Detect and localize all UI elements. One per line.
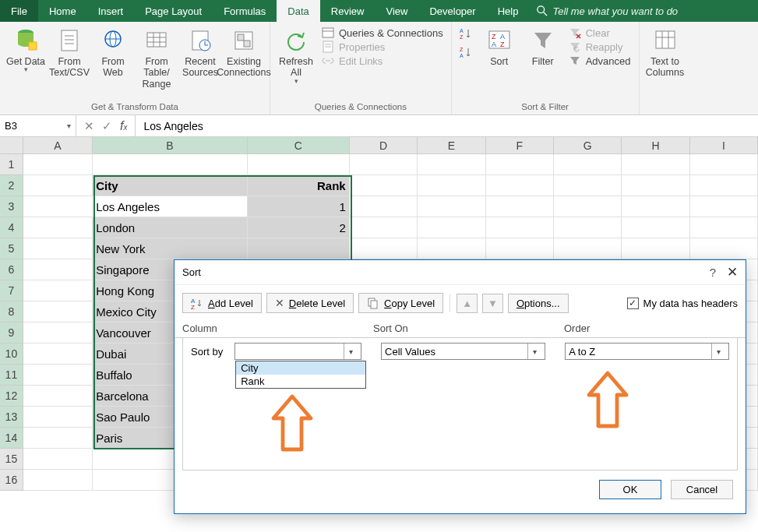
cell[interactable] [622,154,689,175]
cell[interactable]: New York [93,238,248,259]
cell[interactable] [418,154,485,175]
cell[interactable]: City [93,175,248,196]
cell[interactable]: Los Angeles [93,196,248,217]
dropdown-option-city[interactable]: City [236,361,365,375]
col-header-F[interactable]: F [486,137,554,153]
tab-review[interactable]: Review [320,0,375,22]
properties-button[interactable]: Properties [322,41,443,53]
cancel-button[interactable]: Cancel [671,480,733,499]
cell[interactable] [23,217,93,238]
cell[interactable] [23,196,93,217]
cell[interactable] [350,175,418,196]
cell[interactable]: Rank [248,175,350,196]
cell[interactable] [23,280,93,301]
cell[interactable] [486,175,554,196]
cell[interactable] [248,238,350,259]
dialog-titlebar[interactable]: Sort ? ✕ [175,260,746,285]
row-header[interactable]: 2 [0,175,23,196]
ok-button[interactable]: OK [599,480,661,499]
cell[interactable] [23,407,93,428]
cell[interactable] [23,175,93,196]
name-box[interactable]: B3 ▾ [0,115,76,136]
cell[interactable] [418,196,485,217]
enter-formula-icon[interactable]: ✓ [102,119,112,133]
queries-connections-button[interactable]: Queries & Connections [322,26,443,39]
col-header-I[interactable]: I [690,137,758,153]
cell[interactable] [350,217,418,238]
sort-on-combo[interactable]: Cell Values ▾ [381,343,545,360]
move-up-button[interactable]: ▲ [457,294,478,313]
sort-desc-button[interactable]: ZA [457,44,474,61]
cell[interactable] [350,238,418,259]
row-header[interactable]: 11 [0,365,23,386]
cell[interactable] [690,217,758,238]
cell[interactable] [23,344,93,365]
cell[interactable] [23,449,93,470]
cell[interactable] [690,238,758,259]
cell[interactable]: 2 [248,217,350,238]
cell[interactable] [622,217,689,238]
cell[interactable] [622,238,689,259]
cell[interactable] [690,154,758,175]
cell[interactable] [622,175,689,196]
row-header[interactable]: 8 [0,301,23,322]
help-icon[interactable]: ? [710,266,716,279]
from-web-button[interactable]: From Web [92,25,134,82]
cell[interactable] [23,301,93,322]
col-header-A[interactable]: A [23,137,93,153]
cell[interactable] [418,217,485,238]
select-all-corner[interactable] [0,137,23,153]
row-header[interactable]: 6 [0,259,23,280]
cell[interactable] [622,196,689,217]
existing-connections-button[interactable]: Existing Connections [223,25,265,82]
tell-me-search[interactable]: Tell me what you want to do [537,0,678,22]
sort-asc-button[interactable]: AZ [457,25,474,42]
row-header[interactable]: 7 [0,280,23,301]
row-header[interactable]: 10 [0,344,23,365]
headers-checkbox[interactable]: ✓ My data has headers [627,298,738,309]
cell[interactable] [554,196,622,217]
refresh-all-button[interactable]: Refresh All [275,25,317,88]
cell[interactable] [554,217,622,238]
cell[interactable]: 1 [248,196,350,217]
get-data-button[interactable]: Get Data [5,25,47,77]
cell[interactable] [23,322,93,344]
col-header-D[interactable]: D [350,137,418,153]
col-header-B[interactable]: B [93,137,248,153]
clear-filter-button[interactable]: Clear [569,26,631,39]
cell[interactable] [690,175,758,196]
text-to-columns-button[interactable]: Text to Columns [644,25,686,82]
from-text-csv-button[interactable]: From Text/CSV [48,25,90,82]
add-level-button[interactable]: AZ Add Level [182,293,262,313]
cell[interactable] [486,196,554,217]
cell[interactable]: London [93,217,248,238]
cell[interactable] [350,196,418,217]
cell[interactable] [23,154,93,175]
delete-level-button[interactable]: ✕ Delete Level [266,293,354,313]
from-table-range-button[interactable]: From Table/ Range [136,25,178,93]
tab-insert[interactable]: Insert [87,0,135,22]
tab-view[interactable]: View [375,0,418,22]
row-header[interactable]: 12 [0,386,23,407]
cell[interactable] [350,154,418,175]
cell[interactable] [93,154,248,175]
row-header[interactable]: 15 [0,449,23,470]
row-header[interactable]: 3 [0,196,23,217]
copy-level-button[interactable]: Copy Level [358,293,443,313]
edit-links-button[interactable]: Edit Links [322,55,443,67]
cell[interactable] [554,238,622,259]
fx-icon[interactable]: fx [120,119,127,133]
cancel-formula-icon[interactable]: ✕ [84,119,94,133]
formula-input[interactable]: Los Angeles [136,115,758,136]
tab-file[interactable]: File [0,0,38,22]
cell[interactable] [23,428,93,449]
row-header[interactable]: 1 [0,154,23,175]
row-header[interactable]: 5 [0,238,23,259]
cell[interactable] [248,154,350,175]
cell[interactable] [690,196,758,217]
move-down-button[interactable]: ▼ [482,294,503,313]
recent-sources-button[interactable]: Recent Sources [179,25,221,82]
row-header[interactable]: 14 [0,428,23,449]
sort-button[interactable]: ZAAZ Sort [478,25,520,70]
tab-page-layout[interactable]: Page Layout [134,0,213,22]
